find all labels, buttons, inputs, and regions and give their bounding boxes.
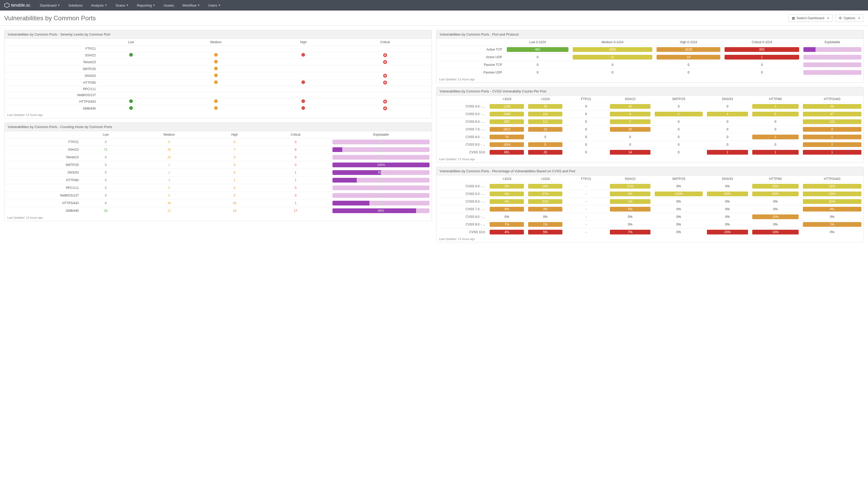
pill-cell[interactable]: 21% — [608, 183, 653, 190]
pill-cell[interactable]: 482 — [505, 46, 570, 54]
pill-cell[interactable]: 0 — [653, 118, 705, 126]
pill-cell[interactable]: - — [565, 198, 608, 205]
pill-cell[interactable]: 0 — [722, 61, 801, 69]
pill-cell[interactable]: 0 — [653, 103, 705, 110]
pill-cell[interactable]: 0 — [705, 141, 750, 149]
nav-reporting[interactable]: Reporting▼ — [133, 0, 159, 11]
pill-cell[interactable]: 0% — [653, 221, 705, 228]
pill-cell[interactable]: 0% — [705, 205, 750, 213]
count-cell[interactable]: 0 — [81, 184, 130, 192]
pill-cell[interactable]: 0 — [505, 69, 570, 76]
pill-cell[interactable]: 4 — [705, 110, 750, 118]
count-cell[interactable]: 0 — [208, 161, 261, 169]
nav-analysis[interactable]: Analysis▼ — [87, 0, 111, 11]
pill-cell[interactable]: 103 — [801, 118, 864, 126]
pill-cell[interactable]: 0 — [565, 149, 608, 156]
pill-cell[interactable]: 10% — [750, 228, 801, 236]
exploitable-cell[interactable]: 21% — [801, 46, 864, 54]
pill-cell[interactable]: 0 — [570, 61, 654, 69]
pill-cell[interactable]: 855 — [722, 46, 801, 54]
pill-cell[interactable]: 0 — [608, 141, 653, 149]
pill-cell[interactable]: 0% — [750, 198, 801, 205]
exploitable-cell[interactable]: 0% — [330, 138, 432, 146]
pill-cell[interactable]: 0% — [705, 221, 750, 228]
pill-cell[interactable]: - — [565, 183, 608, 190]
count-cell[interactable]: 0 — [81, 138, 130, 146]
count-cell[interactable]: 0 — [130, 192, 208, 200]
switch-dashboard-button[interactable]: Switch Dashboard ▼ — [788, 14, 833, 22]
count-cell[interactable]: 0 — [208, 138, 261, 146]
pill-cell[interactable]: 20 — [526, 149, 565, 156]
pill-cell[interactable]: 0 — [653, 126, 705, 133]
exploitable-cell[interactable]: 0% — [330, 154, 432, 161]
count-cell[interactable]: 9 — [261, 154, 330, 161]
exploitable-cell[interactable]: 0% — [801, 54, 864, 61]
pill-cell[interactable]: 0 — [526, 133, 565, 141]
pill-cell[interactable]: 0 — [750, 118, 801, 126]
count-cell[interactable]: 0 — [261, 184, 330, 192]
pill-cell[interactable]: - — [565, 228, 608, 236]
nav-workflow[interactable]: Workflow▼ — [178, 0, 204, 11]
exploitable-cell[interactable]: 38% — [330, 200, 432, 207]
count-cell[interactable]: 0 — [130, 184, 208, 192]
pill-cell[interactable]: 1 — [750, 133, 801, 141]
count-cell[interactable]: 0 — [208, 169, 261, 177]
pill-cell[interactable]: 0 — [653, 133, 705, 141]
pill-cell[interactable]: 10% — [750, 213, 801, 221]
options-button[interactable]: Options ▼ — [835, 14, 864, 22]
exploitable-cell[interactable]: 100% — [330, 161, 432, 169]
pill-cell[interactable]: 0 — [565, 126, 608, 133]
count-cell[interactable]: 0 — [81, 177, 130, 184]
pill-cell[interactable]: 0 — [565, 133, 608, 141]
severity-dot-low[interactable] — [129, 106, 133, 110]
count-cell[interactable]: 7 — [208, 146, 261, 154]
pill-cell[interactable]: 0% — [750, 221, 801, 228]
count-cell[interactable]: 1 — [261, 200, 330, 207]
pill-cell[interactable]: 0% — [653, 228, 705, 236]
pill-cell[interactable]: 80% — [705, 190, 750, 198]
pill-cell[interactable]: 1 — [750, 149, 801, 156]
count-cell[interactable]: 19 — [208, 207, 261, 215]
pill-cell[interactable]: 0 — [565, 141, 608, 149]
count-cell[interactable]: 3 — [130, 177, 208, 184]
pill-cell[interactable]: - — [565, 190, 608, 198]
pill-cell[interactable]: 131 — [526, 118, 565, 126]
severity-critical-icon[interactable]: ✕ — [383, 81, 387, 84]
count-cell[interactable]: 0 — [130, 138, 208, 146]
pill-cell[interactable]: 4139 — [654, 46, 722, 54]
count-cell[interactable]: 0 — [208, 154, 261, 161]
pill-cell[interactable]: 40 — [608, 103, 653, 110]
pill-cell[interactable]: 100% — [653, 190, 705, 198]
pill-cell[interactable]: 3% — [526, 205, 565, 213]
pill-cell[interactable]: 31% — [526, 198, 565, 205]
pill-cell[interactable]: 14 — [608, 149, 653, 156]
severity-dot-high[interactable] — [301, 99, 305, 103]
count-cell[interactable]: 8 — [261, 146, 330, 154]
pill-cell[interactable]: 0 — [608, 133, 653, 141]
pill-cell[interactable]: 76 — [526, 103, 565, 110]
pill-cell[interactable]: 19 — [654, 54, 722, 61]
pill-cell[interactable]: 4% — [488, 190, 526, 198]
count-cell[interactable]: 39 — [130, 146, 208, 154]
severity-critical-icon[interactable]: ✕ — [383, 100, 387, 103]
count-cell[interactable]: 1 — [261, 169, 330, 177]
severity-dot-medium[interactable] — [214, 60, 218, 64]
pill-cell[interactable]: 0% — [750, 205, 801, 213]
count-cell[interactable]: 1 — [261, 177, 330, 184]
pill-cell[interactable]: 0 — [653, 141, 705, 149]
pill-cell[interactable]: 0% — [801, 228, 864, 236]
pill-cell[interactable]: 0 — [705, 118, 750, 126]
pill-cell[interactable]: 5% — [526, 228, 565, 236]
count-cell[interactable]: 34 — [130, 200, 208, 207]
pill-cell[interactable]: 0 — [565, 110, 608, 118]
exploitable-cell[interactable]: 0% — [801, 61, 864, 69]
pill-cell[interactable]: 861 — [488, 149, 526, 156]
pill-cell[interactable]: 0 — [705, 103, 750, 110]
count-cell[interactable]: 0 — [208, 192, 261, 200]
exploitable-cell[interactable]: 0% — [330, 192, 432, 200]
pill-cell[interactable]: 8 — [801, 126, 864, 133]
count-cell[interactable]: 25 — [130, 154, 208, 161]
pill-cell[interactable]: 0 — [570, 69, 654, 76]
pill-cell[interactable]: 31 — [570, 54, 654, 61]
pill-cell[interactable]: 8% — [488, 205, 526, 213]
